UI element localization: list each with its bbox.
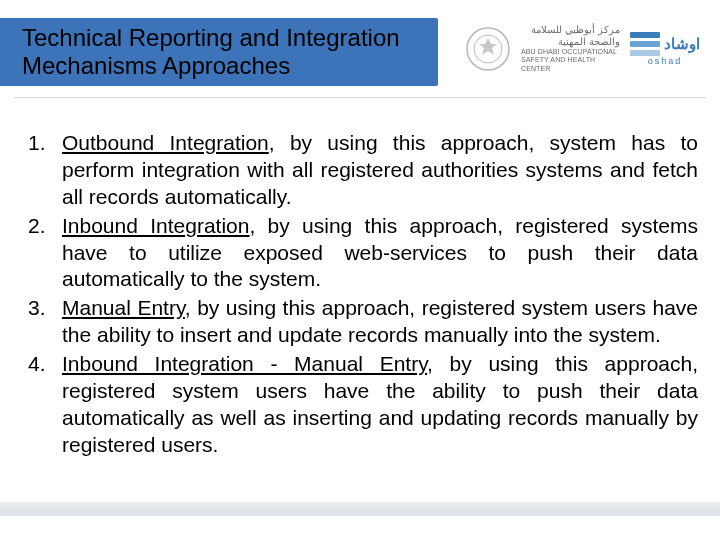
item-number: 1. — [28, 130, 62, 211]
title-bar: Technical Reporting and Integration Mech… — [0, 18, 438, 86]
item-term: Inbound Integration — [62, 214, 249, 237]
body-list: 1. Outbound Integration, by using this a… — [28, 130, 698, 461]
list-item: 3. Manual Entry, by using this approach,… — [28, 295, 698, 349]
brand-logo-block: مركز أبوظبي للسلامة والصحة المهنية ABU D… — [465, 24, 700, 73]
item-term: Outbound Integration — [62, 131, 269, 154]
list-item: 2. Inbound Integration, by using this ap… — [28, 213, 698, 294]
item-content: Manual Entry, by using this approach, re… — [62, 295, 698, 349]
oshad-bars-icon — [630, 32, 660, 56]
item-number: 3. — [28, 295, 62, 349]
item-content: Inbound Integration - Manual Entry, by u… — [62, 351, 698, 459]
item-number: 4. — [28, 351, 62, 459]
title-line1: Technical Reporting and Integration — [22, 24, 400, 51]
org-seal-icon — [465, 26, 511, 72]
slide-title: Technical Reporting and Integration Mech… — [0, 24, 408, 79]
list-item: 1. Outbound Integration, by using this a… — [28, 130, 698, 211]
item-number: 2. — [28, 213, 62, 294]
header-divider — [14, 97, 706, 98]
item-content: Inbound Integration, by using this appro… — [62, 213, 698, 294]
item-content: Outbound Integration, by using this appr… — [62, 130, 698, 211]
oshad-english: oshad — [648, 57, 683, 66]
oshad-arabic: اوشاد — [664, 36, 700, 51]
footer-bar — [0, 502, 720, 516]
item-term: Manual Entry — [62, 296, 185, 319]
org-name-block: مركز أبوظبي للسلامة والصحة المهنية ABU D… — [521, 24, 620, 73]
item-term: Inbound Integration - Manual Entry — [62, 352, 427, 375]
title-line2: Mechanisms Approaches — [22, 52, 290, 79]
org-name-english: ABU DHABI OCCUPATIONAL SAFETY AND HEALTH… — [521, 48, 620, 73]
org-name-arabic: مركز أبوظبي للسلامة والصحة المهنية — [521, 24, 620, 48]
list-item: 4. Inbound Integration - Manual Entry, b… — [28, 351, 698, 459]
oshad-logo: اوشاد oshad — [630, 32, 700, 66]
